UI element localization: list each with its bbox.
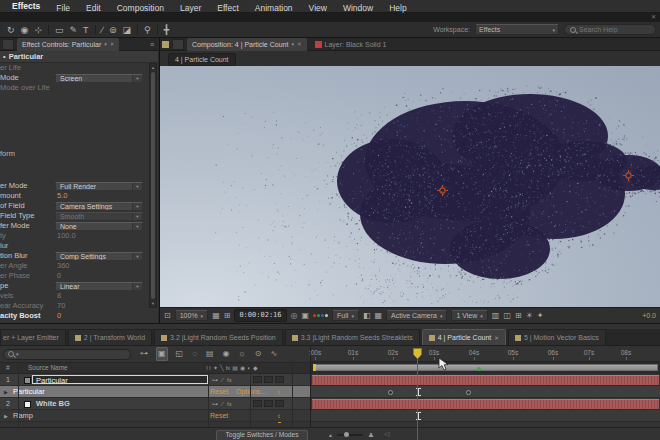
layer-name-edit-field[interactable]: Particular	[32, 375, 208, 384]
type-tool-icon[interactable]: T	[80, 23, 92, 37]
menu-item-layer[interactable]: Layer	[172, 3, 209, 13]
exposure-value[interactable]: +0.0	[642, 312, 656, 319]
param-dropdown[interactable]: Comp Settings▾	[55, 252, 143, 261]
switch-slot[interactable]	[264, 376, 273, 383]
quality-switch-icon[interactable]: ∕	[222, 374, 223, 386]
menu-item-effect[interactable]: Effect	[209, 3, 247, 13]
eraser-tool-icon[interactable]: ◪	[120, 23, 135, 37]
menu-item-help[interactable]: Help	[381, 3, 414, 13]
panel-menu-icon[interactable]: ≡	[150, 41, 156, 48]
layer-row-particular[interactable]: 1Particular⊶∕fx	[0, 374, 310, 386]
share-view-icon[interactable]: ▥	[492, 309, 500, 323]
timeline-tab-3-2-light-random-seeds-position[interactable]: 3.2 |Light Random Seeds Position	[154, 329, 283, 345]
menu-item-window[interactable]: Window	[335, 3, 381, 13]
effect-header-row[interactable]: • Particular	[0, 51, 158, 63]
timeline-tab-2-transform-world[interactable]: 2 | Transform World	[68, 329, 152, 345]
magnification-select[interactable]: 100% ▾	[175, 310, 208, 321]
effect-reset-link[interactable]: Reset	[210, 410, 228, 422]
zoom-in-icon[interactable]: ▲	[367, 430, 375, 439]
aux-emitter-crosshair[interactable]	[623, 167, 634, 178]
auto-keyframe-icon[interactable]: ⊙	[254, 348, 263, 360]
show-snapshot-icon[interactable]: ▣	[302, 309, 310, 323]
timeline-tab-4-particle-count[interactable]: 4 | Particle Count✕	[422, 329, 506, 345]
workspace-select[interactable]: Effects ▾	[475, 24, 559, 35]
comp-mini-flowchart-icon[interactable]: ⊶	[139, 348, 149, 360]
rectangle-tool-icon[interactable]: ▭	[52, 23, 67, 37]
lock-view-icon[interactable]: ◫	[503, 309, 511, 323]
fx-switch-icon[interactable]: fx	[227, 374, 232, 386]
menu-item-file[interactable]: File	[48, 3, 78, 13]
resolution-select[interactable]: Full ▾	[332, 310, 359, 321]
time-ruler[interactable]: :00s01s02s03s04s05s06s07s08s	[311, 346, 660, 362]
transparency-grid-icon[interactable]: ◧	[363, 309, 371, 323]
help-search-input[interactable]	[579, 26, 649, 33]
clone-stamp-tool-icon[interactable]: ⊚	[106, 23, 120, 37]
emitter-crosshair[interactable]	[437, 182, 448, 193]
close-icon[interactable]: ✕	[297, 41, 302, 47]
region-of-interest-icon[interactable]: ⊞	[224, 309, 231, 323]
param-dropdown[interactable]: Screen▾	[55, 74, 143, 83]
scroll-up-icon[interactable]: ▲	[150, 65, 156, 70]
effect-row-ramp[interactable]: ▶RampResett	[0, 410, 310, 422]
keyframe[interactable]	[388, 390, 393, 395]
switch-slot[interactable]	[264, 400, 273, 407]
switch-slot[interactable]	[253, 376, 262, 383]
view-layout-select[interactable]: 1 View ▾	[451, 310, 487, 321]
param-value[interactable]: 0	[57, 311, 61, 321]
layer-duration-bar[interactable]	[312, 399, 659, 409]
camera-select[interactable]: Active Camera ▾	[386, 310, 447, 321]
effect-extra-link[interactable]: t	[278, 410, 280, 423]
draft-3d-icon[interactable]: ◱	[175, 348, 185, 360]
timeline-search[interactable]: ▾	[3, 349, 131, 360]
work-area-start-handle[interactable]	[313, 364, 316, 371]
channels-icon[interactable]	[313, 314, 328, 317]
switch-slot[interactable]	[253, 400, 262, 407]
menu-item-composition[interactable]: Composition	[109, 3, 172, 13]
param-dropdown[interactable]: Linear▾	[55, 282, 143, 291]
toggle-switches-button[interactable]: Toggle Switches / Modes	[216, 430, 308, 440]
pen-tool-icon[interactable]: ✎	[66, 23, 80, 37]
fx-switch-icon[interactable]: fx	[227, 398, 232, 410]
effect-row-particular[interactable]: ▶ParticularResetOptions...t	[0, 386, 310, 398]
comp-breadcrumb[interactable]: 4 | Particle Count	[168, 53, 236, 66]
pan-behind-tool-icon[interactable]: ⊹	[31, 23, 45, 37]
close-icon[interactable]: ✕	[494, 335, 499, 341]
zoom-out-icon[interactable]: ▲	[328, 432, 333, 438]
quality-switch-icon[interactable]: ∕	[222, 398, 223, 410]
menu-item-edit[interactable]: Edit	[78, 3, 109, 13]
switch-slot[interactable]	[275, 376, 284, 383]
choose-grid-guides-icon[interactable]: ▦	[212, 309, 220, 323]
app-menu[interactable]: Effects	[10, 1, 48, 11]
always-preview-icon[interactable]: ⊡	[164, 309, 171, 323]
close-icon[interactable]: ✕	[110, 41, 115, 47]
param-dropdown[interactable]: None▾	[55, 222, 143, 231]
help-search[interactable]	[564, 24, 656, 35]
take-snapshot-icon[interactable]: ◎	[291, 309, 298, 323]
frame-blending-icon[interactable]: ▤	[205, 348, 215, 360]
effect-reset-link[interactable]: Reset	[210, 386, 228, 398]
menu-item-animation[interactable]: Animation	[247, 3, 301, 13]
close-icon[interactable]: ✕	[651, 13, 656, 22]
keyframe[interactable]	[466, 390, 471, 395]
timeline-tab-5-motion-vector-basics[interactable]: 5 | Motion Vector Basics	[508, 329, 606, 345]
live-update-icon[interactable]: ▣	[156, 347, 168, 361]
comp-marker[interactable]	[477, 367, 481, 371]
twirl-icon[interactable]: ▶	[4, 386, 8, 398]
grid-icon[interactable]: ⊞	[515, 309, 522, 323]
scrollbar[interactable]: ▲ ▼	[149, 63, 157, 308]
param-value[interactable]: 5.0	[57, 191, 67, 201]
brainstorm-icon[interactable]: ☼	[237, 348, 246, 360]
unified-camera-tool-icon[interactable]: ◉	[18, 23, 32, 37]
work-area-bar[interactable]	[313, 364, 658, 371]
tab-layer[interactable]: Layer: Black Solid 1	[310, 38, 392, 51]
brush-tool-icon[interactable]: ∕	[99, 23, 107, 37]
puppet-pin-tool-icon[interactable]: ╋	[161, 23, 172, 37]
layer-row-white-bg[interactable]: 2White BG⊶∕fx	[0, 398, 310, 410]
timeline-tab-3-3-light-random-seeds-streaklets[interactable]: 3.3 |Light Random Seeds Streaklets	[285, 329, 420, 345]
av-switch-icon[interactable]: ⊶	[212, 374, 218, 386]
zoom-slider-knob[interactable]	[344, 432, 349, 437]
adjust-exposure-icon[interactable]: ✦	[537, 309, 544, 323]
param-dropdown[interactable]: Full Render▾	[55, 182, 143, 191]
zoom-slider-track[interactable]	[337, 434, 363, 436]
mask-visibility-icon[interactable]: ▦	[374, 309, 382, 323]
